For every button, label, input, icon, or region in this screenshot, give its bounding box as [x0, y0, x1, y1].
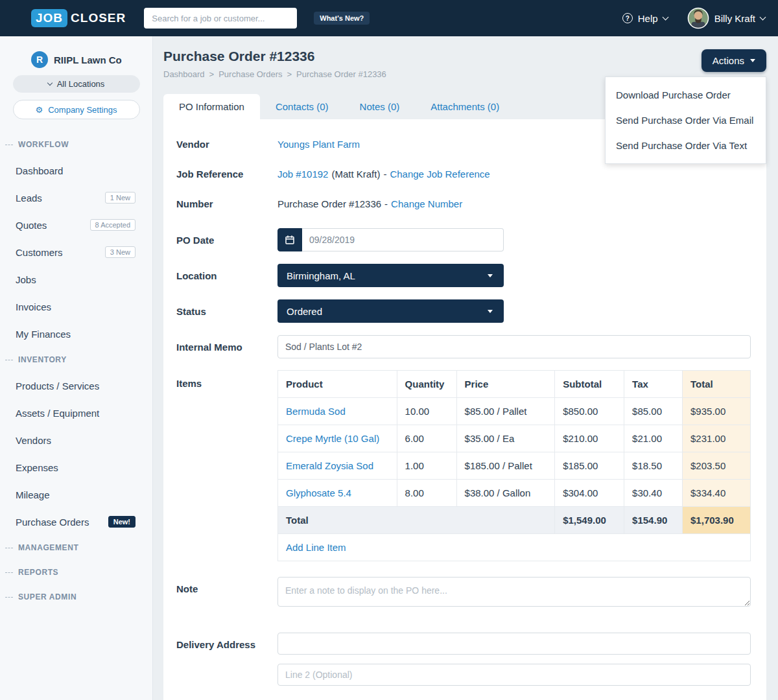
- section-title: INVENTORY: [18, 355, 67, 364]
- quotes-badge: 8 Accepted: [90, 219, 136, 231]
- add-line-item-row: Add Line Item: [278, 534, 751, 561]
- sidebar-item-vendors[interactable]: Vendors: [0, 426, 152, 454]
- company-name: RIIPL Lawn Co: [54, 54, 122, 65]
- grand-total-cell: $1,703.90: [683, 507, 751, 534]
- tab-notes[interactable]: Notes (0): [344, 94, 416, 119]
- change-number-link[interactable]: Change Number: [391, 198, 462, 209]
- nav-item-label: My Finances: [16, 329, 71, 340]
- section-title: REPORTS: [18, 568, 58, 577]
- help-menu[interactable]: Help: [622, 13, 668, 24]
- delivery-address-line2-input[interactable]: [277, 664, 751, 686]
- items-table: Product Quantity Price Subtotal Tax Tota…: [277, 370, 751, 561]
- section-reports[interactable]: REPORTS: [0, 560, 152, 585]
- sidebar-item-invoices[interactable]: Invoices: [0, 293, 152, 320]
- col-tax: Tax: [624, 371, 683, 398]
- total-tax-cell: $154.90: [624, 507, 683, 534]
- search-input[interactable]: [144, 8, 297, 29]
- sidebar-item-my-finances[interactable]: My Finances: [0, 320, 152, 347]
- sidebar-item-mileage[interactable]: Mileage: [0, 481, 152, 508]
- sidebar-item-customers[interactable]: Customers 3 New: [0, 239, 152, 266]
- sidebar-item-quotes[interactable]: Quotes 8 Accepted: [0, 211, 152, 239]
- logo-job: JOB: [31, 9, 67, 27]
- sidebar-item-leads[interactable]: Leads 1 New: [0, 184, 152, 211]
- change-job-reference-link[interactable]: Change Job Reference: [390, 169, 489, 180]
- tab-po-information[interactable]: PO Information: [163, 94, 260, 119]
- tax-cell: $18.50: [624, 452, 683, 480]
- caret-down-icon: [488, 310, 493, 313]
- product-link[interactable]: Glyphosate 5.4: [286, 487, 351, 498]
- dash-separator: -: [384, 198, 388, 209]
- total-label-cell: Total: [278, 507, 555, 534]
- section-management[interactable]: MANAGEMENT: [0, 535, 152, 560]
- sidebar-item-assets-equipment[interactable]: Assets / Equipment: [0, 399, 152, 426]
- status-label: Status: [176, 306, 277, 317]
- user-menu[interactable]: Billy Kraft: [687, 7, 765, 29]
- col-product: Product: [278, 371, 397, 398]
- po-date-input[interactable]: [302, 228, 504, 251]
- section-workflow[interactable]: WORKFLOW: [0, 132, 152, 157]
- tax-cell: $85.00: [624, 398, 683, 425]
- nav-item-label: Leads: [16, 192, 42, 204]
- calendar-icon: [285, 235, 295, 245]
- product-link[interactable]: Bermuda Sod: [286, 406, 346, 417]
- status-value: Ordered: [287, 306, 322, 317]
- tab-contacts[interactable]: Contacts (0): [260, 94, 344, 119]
- subtotal-cell: $850.00: [555, 398, 624, 425]
- breadcrumb-purchase-orders[interactable]: Purchase Orders: [218, 69, 282, 79]
- sidebar: R RIIPL Lawn Co All Locations Company Se…: [0, 36, 153, 700]
- menu-item-send-po-email[interactable]: Send Purchase Order Via Email: [606, 108, 766, 133]
- nav-item-label: Dashboard: [16, 165, 63, 176]
- sidebar-item-dashboard[interactable]: Dashboard: [0, 157, 152, 184]
- breadcrumb-current: Purchase Order #12336: [296, 69, 386, 79]
- table-total-row: Total $1,549.00 $154.90 $1,703.90: [278, 507, 751, 534]
- logo-closer: CLOSER: [71, 11, 126, 25]
- delivery-address-line1-input[interactable]: [277, 633, 751, 655]
- table-header-row: Product Quantity Price Subtotal Tax Tota…: [278, 371, 751, 398]
- col-total: Total: [683, 371, 751, 398]
- table-row: Crepe Myrtle (10 Gal) 6.00 $35.00 / Ea $…: [278, 425, 751, 452]
- note-textarea[interactable]: [277, 577, 751, 607]
- all-locations-dropdown[interactable]: All Locations: [13, 75, 140, 93]
- sidebar-item-products-services[interactable]: Products / Services: [0, 372, 152, 399]
- tab-attachments[interactable]: Attachments (0): [415, 94, 515, 119]
- nav-item-label: Customers: [16, 247, 63, 258]
- price-cell: $185.00 / Pallet: [456, 452, 555, 480]
- whats-new-button[interactable]: What's New?: [314, 12, 370, 25]
- job-link[interactable]: Job #10192: [277, 169, 328, 180]
- sidebar-item-expenses[interactable]: Expenses: [0, 454, 152, 481]
- chevron-down-icon: [760, 14, 766, 20]
- company-switcher[interactable]: R RIIPL Lawn Co: [0, 51, 152, 69]
- actions-label: Actions: [713, 55, 744, 66]
- location-select[interactable]: Birmingham, AL: [277, 264, 504, 287]
- vendor-link[interactable]: Youngs Plant Farm: [277, 139, 360, 150]
- status-select[interactable]: Ordered: [277, 299, 504, 323]
- sidebar-item-purchase-orders[interactable]: Purchase Orders New!: [0, 508, 152, 535]
- number-row: Number Purchase Order #12336 - Change Nu…: [176, 198, 751, 209]
- app-logo[interactable]: JOB CLOSER: [31, 9, 126, 27]
- tax-cell: $21.00: [624, 425, 683, 452]
- items-row: Items Product Quantity Price Subtotal Ta…: [176, 370, 751, 561]
- calendar-button[interactable]: [277, 228, 302, 251]
- section-inventory[interactable]: INVENTORY: [0, 347, 152, 372]
- company-settings-button[interactable]: Company Settings: [13, 100, 140, 119]
- nav-item-label: Invoices: [16, 301, 51, 312]
- menu-item-download-po[interactable]: Download Purchase Order: [606, 82, 766, 108]
- product-link[interactable]: Crepe Myrtle (10 Gal): [286, 433, 379, 444]
- help-icon: [622, 13, 633, 23]
- note-row: Note: [176, 577, 751, 607]
- total-cell: $334.40: [683, 480, 751, 507]
- quantity-cell: 8.00: [397, 480, 456, 507]
- vendor-label: Vendor: [176, 139, 277, 150]
- sidebar-item-jobs[interactable]: Jobs: [0, 266, 152, 293]
- menu-item-send-po-text[interactable]: Send Purchase Order Via Text: [606, 133, 766, 158]
- table-row: Emerald Zoysia Sod 1.00 $185.00 / Pallet…: [278, 452, 751, 480]
- delivery-address-label: Delivery Address: [176, 633, 277, 686]
- add-line-item-link[interactable]: Add Line Item: [286, 542, 346, 553]
- section-super-admin[interactable]: SUPER ADMIN: [0, 585, 152, 609]
- number-label: Number: [176, 198, 277, 209]
- internal-memo-input[interactable]: [277, 335, 751, 358]
- actions-button[interactable]: Actions: [701, 49, 766, 72]
- section-dash-icon: [5, 597, 13, 598]
- product-link[interactable]: Emerald Zoysia Sod: [286, 460, 373, 471]
- breadcrumb-dashboard[interactable]: Dashboard: [163, 69, 205, 79]
